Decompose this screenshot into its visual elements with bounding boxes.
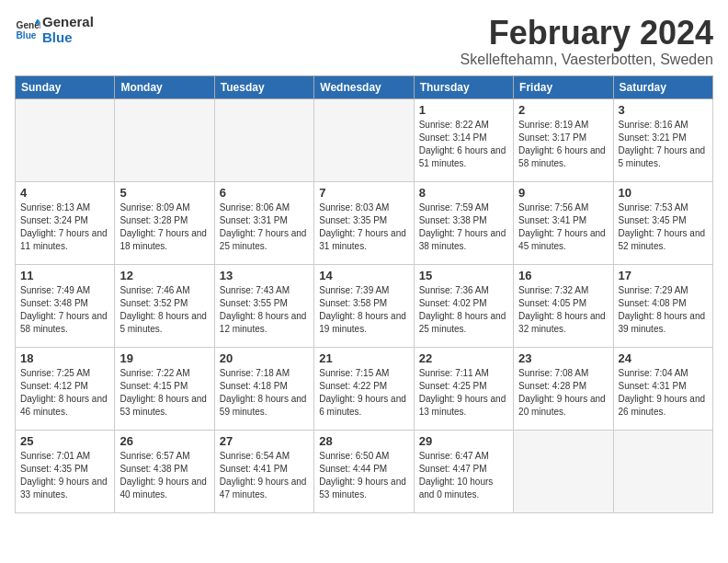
day-info: Sunrise: 8:22 AMSunset: 3:14 PMDaylight:… bbox=[419, 119, 508, 170]
logo-icon: General Blue bbox=[15, 17, 40, 43]
calendar-cell: 22Sunrise: 7:11 AMSunset: 4:25 PMDayligh… bbox=[414, 347, 513, 430]
day-number: 6 bbox=[220, 186, 309, 200]
day-number: 1 bbox=[419, 103, 508, 117]
day-number: 4 bbox=[20, 186, 109, 200]
calendar-cell: 9Sunrise: 7:56 AMSunset: 3:41 PMDaylight… bbox=[514, 181, 613, 264]
calendar-cell: 5Sunrise: 8:09 AMSunset: 3:28 PMDaylight… bbox=[115, 181, 214, 264]
month-title: February 2024 bbox=[461, 15, 713, 52]
day-info: Sunrise: 7:01 AMSunset: 4:35 PMDaylight:… bbox=[20, 450, 109, 501]
day-info: Sunrise: 7:32 AMSunset: 4:05 PMDaylight:… bbox=[518, 284, 608, 336]
header: General Blue General Blue February 2024 … bbox=[15, 15, 713, 68]
day-number: 8 bbox=[419, 186, 508, 200]
day-number: 10 bbox=[619, 186, 708, 200]
calendar-cell: 25Sunrise: 7:01 AMSunset: 4:35 PMDayligh… bbox=[16, 430, 115, 512]
weekday-header-sunday: Sunday bbox=[16, 75, 115, 98]
calendar-cell: 8Sunrise: 7:59 AMSunset: 3:38 PMDaylight… bbox=[414, 181, 513, 264]
calendar-cell bbox=[514, 430, 613, 512]
day-number: 29 bbox=[419, 434, 508, 448]
calendar-cell: 16Sunrise: 7:32 AMSunset: 4:05 PMDayligh… bbox=[514, 264, 613, 347]
day-info: Sunrise: 7:25 AMSunset: 4:12 PMDaylight:… bbox=[20, 367, 109, 419]
svg-text:Blue: Blue bbox=[17, 30, 37, 40]
day-info: Sunrise: 7:43 AMSunset: 3:55 PMDaylight:… bbox=[220, 284, 309, 336]
day-info: Sunrise: 7:18 AMSunset: 4:18 PMDaylight:… bbox=[220, 367, 309, 419]
week-row-3: 11Sunrise: 7:49 AMSunset: 3:48 PMDayligh… bbox=[16, 264, 713, 347]
day-number: 19 bbox=[119, 351, 209, 365]
day-number: 27 bbox=[220, 434, 309, 448]
calendar-cell: 23Sunrise: 7:08 AMSunset: 4:28 PMDayligh… bbox=[514, 347, 613, 430]
day-info: Sunrise: 8:03 AMSunset: 3:35 PMDaylight:… bbox=[319, 201, 408, 253]
calendar-cell: 28Sunrise: 6:50 AMSunset: 4:44 PMDayligh… bbox=[314, 430, 414, 512]
logo-line2: Blue bbox=[42, 30, 94, 46]
day-info: Sunrise: 7:29 AMSunset: 4:08 PMDaylight:… bbox=[619, 284, 708, 336]
calendar-cell bbox=[16, 98, 115, 181]
day-info: Sunrise: 8:09 AMSunset: 3:28 PMDaylight:… bbox=[119, 201, 209, 253]
weekday-header-saturday: Saturday bbox=[613, 75, 712, 98]
day-number: 9 bbox=[518, 186, 608, 200]
day-number: 14 bbox=[319, 269, 408, 282]
calendar-cell bbox=[214, 98, 313, 181]
day-info: Sunrise: 6:57 AMSunset: 4:38 PMDaylight:… bbox=[119, 450, 209, 501]
calendar-cell bbox=[115, 98, 214, 181]
day-number: 24 bbox=[619, 351, 708, 365]
day-info: Sunrise: 6:50 AMSunset: 4:44 PMDaylight:… bbox=[319, 450, 408, 501]
day-info: Sunrise: 7:46 AMSunset: 3:52 PMDaylight:… bbox=[119, 284, 209, 336]
calendar-cell: 20Sunrise: 7:18 AMSunset: 4:18 PMDayligh… bbox=[214, 347, 313, 430]
day-number: 12 bbox=[119, 269, 209, 282]
calendar-cell: 6Sunrise: 8:06 AMSunset: 3:31 PMDaylight… bbox=[214, 181, 313, 264]
calendar-cell: 15Sunrise: 7:36 AMSunset: 4:02 PMDayligh… bbox=[414, 264, 513, 347]
calendar-cell: 26Sunrise: 6:57 AMSunset: 4:38 PMDayligh… bbox=[115, 430, 214, 512]
title-area: February 2024 Skelleftehamn, Vaesterbott… bbox=[461, 15, 713, 68]
calendar-cell: 12Sunrise: 7:46 AMSunset: 3:52 PMDayligh… bbox=[115, 264, 214, 347]
day-number: 18 bbox=[20, 351, 109, 365]
day-number: 21 bbox=[319, 351, 408, 365]
day-info: Sunrise: 7:56 AMSunset: 3:41 PMDaylight:… bbox=[518, 201, 608, 253]
calendar-cell bbox=[613, 430, 712, 512]
weekday-header-thursday: Thursday bbox=[414, 75, 513, 98]
day-number: 3 bbox=[619, 103, 708, 117]
day-number: 5 bbox=[119, 186, 209, 200]
calendar-cell: 18Sunrise: 7:25 AMSunset: 4:12 PMDayligh… bbox=[16, 347, 115, 430]
day-info: Sunrise: 7:08 AMSunset: 4:28 PMDaylight:… bbox=[518, 367, 608, 419]
weekday-header-monday: Monday bbox=[115, 75, 214, 98]
day-info: Sunrise: 8:06 AMSunset: 3:31 PMDaylight:… bbox=[220, 201, 309, 253]
day-number: 17 bbox=[619, 269, 708, 282]
calendar-cell: 21Sunrise: 7:15 AMSunset: 4:22 PMDayligh… bbox=[314, 347, 414, 430]
calendar-cell: 17Sunrise: 7:29 AMSunset: 4:08 PMDayligh… bbox=[613, 264, 712, 347]
day-number: 25 bbox=[20, 434, 109, 448]
calendar-cell bbox=[314, 98, 414, 181]
day-info: Sunrise: 7:49 AMSunset: 3:48 PMDaylight:… bbox=[20, 284, 109, 336]
week-row-1: 1Sunrise: 8:22 AMSunset: 3:14 PMDaylight… bbox=[16, 98, 713, 181]
location-title: Skelleftehamn, Vaesterbotten, Sweden bbox=[461, 52, 713, 68]
calendar-cell: 4Sunrise: 8:13 AMSunset: 3:24 PMDaylight… bbox=[16, 181, 115, 264]
day-number: 22 bbox=[419, 351, 508, 365]
weekday-header-friday: Friday bbox=[514, 75, 613, 98]
weekday-header-wednesday: Wednesday bbox=[314, 75, 414, 98]
calendar-cell: 3Sunrise: 8:16 AMSunset: 3:21 PMDaylight… bbox=[613, 98, 712, 181]
calendar-cell: 10Sunrise: 7:53 AMSunset: 3:45 PMDayligh… bbox=[613, 181, 712, 264]
day-info: Sunrise: 8:19 AMSunset: 3:17 PMDaylight:… bbox=[518, 119, 608, 170]
day-info: Sunrise: 8:13 AMSunset: 3:24 PMDaylight:… bbox=[20, 201, 109, 253]
day-number: 15 bbox=[419, 269, 508, 282]
day-info: Sunrise: 8:16 AMSunset: 3:21 PMDaylight:… bbox=[619, 119, 708, 170]
calendar-cell: 24Sunrise: 7:04 AMSunset: 4:31 PMDayligh… bbox=[613, 347, 712, 430]
day-info: Sunrise: 7:59 AMSunset: 3:38 PMDaylight:… bbox=[419, 201, 508, 253]
day-number: 2 bbox=[518, 103, 608, 117]
day-info: Sunrise: 7:15 AMSunset: 4:22 PMDaylight:… bbox=[319, 367, 408, 419]
calendar-cell: 1Sunrise: 8:22 AMSunset: 3:14 PMDaylight… bbox=[414, 98, 513, 181]
calendar-cell: 27Sunrise: 6:54 AMSunset: 4:41 PMDayligh… bbox=[214, 430, 313, 512]
calendar-cell: 7Sunrise: 8:03 AMSunset: 3:35 PMDaylight… bbox=[314, 181, 414, 264]
week-row-2: 4Sunrise: 8:13 AMSunset: 3:24 PMDaylight… bbox=[16, 181, 713, 264]
calendar-cell: 29Sunrise: 6:47 AMSunset: 4:47 PMDayligh… bbox=[414, 430, 513, 512]
day-info: Sunrise: 7:39 AMSunset: 3:58 PMDaylight:… bbox=[319, 284, 408, 336]
day-info: Sunrise: 7:04 AMSunset: 4:31 PMDaylight:… bbox=[619, 367, 708, 419]
calendar-cell: 2Sunrise: 8:19 AMSunset: 3:17 PMDaylight… bbox=[514, 98, 613, 181]
day-info: Sunrise: 7:22 AMSunset: 4:15 PMDaylight:… bbox=[119, 367, 209, 419]
logo-line1: General bbox=[42, 15, 94, 30]
day-number: 28 bbox=[319, 434, 408, 448]
day-number: 23 bbox=[518, 351, 608, 365]
calendar-cell: 13Sunrise: 7:43 AMSunset: 3:55 PMDayligh… bbox=[214, 264, 313, 347]
calendar-cell: 19Sunrise: 7:22 AMSunset: 4:15 PMDayligh… bbox=[115, 347, 214, 430]
day-number: 13 bbox=[220, 269, 309, 282]
day-info: Sunrise: 7:53 AMSunset: 3:45 PMDaylight:… bbox=[619, 201, 708, 253]
day-info: Sunrise: 6:54 AMSunset: 4:41 PMDaylight:… bbox=[220, 450, 309, 501]
